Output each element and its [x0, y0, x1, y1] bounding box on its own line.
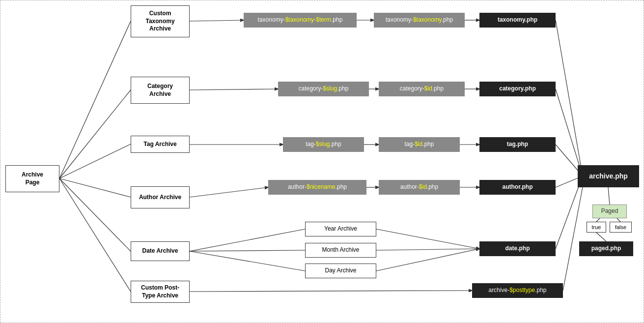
month-archive-label: Month Archive [322, 246, 359, 254]
archive-page-node: Archive Page [5, 165, 59, 192]
paged-php-node: paged.php [579, 241, 633, 256]
svg-line-31 [608, 187, 610, 205]
date-php-label: date.php [505, 245, 530, 253]
category-php-label: category.php [499, 85, 535, 93]
author-id-node: author-$id.php [379, 180, 460, 195]
custom-post-node: Custom Post-Type Archive [131, 281, 190, 303]
custom-post-label: Custom Post-Type Archive [141, 284, 179, 299]
svg-line-26 [556, 89, 583, 176]
category-php-node: category.php [479, 82, 556, 96]
month-archive-node: Month Archive [305, 243, 376, 258]
tag-php-label: tag.php [507, 141, 528, 148]
tax-tax-label: taxonomy-$taxonomy.php [386, 16, 453, 24]
svg-line-5 [59, 178, 131, 292]
paged-label: Paged [601, 207, 618, 215]
tag-label: Tag Archive [143, 141, 176, 148]
svg-line-30 [563, 187, 583, 291]
category-node: CategoryArchive [131, 77, 190, 104]
author-label: Author Archive [139, 194, 181, 202]
tag-id-node: tag-$id.php [379, 137, 460, 152]
true-label: true [592, 224, 601, 231]
archive-posttype-label: archive-$posttype.php [488, 287, 546, 294]
category-label: CategoryArchive [147, 83, 173, 98]
archive-posttype-node: archive-$posttype.php [472, 283, 563, 298]
author-node: Author Archive [131, 186, 190, 208]
svg-line-20 [190, 251, 305, 271]
author-nicename-node: author-$nicename.php [268, 180, 366, 195]
svg-line-2 [59, 144, 131, 178]
cat-slug-node: category-$slug.php [278, 82, 369, 96]
svg-line-18 [190, 229, 305, 251]
cat-slug-label: category-$slug.php [298, 85, 348, 93]
year-archive-node: Year Archive [305, 222, 376, 236]
date-php-node: date.php [479, 241, 556, 256]
svg-line-22 [376, 249, 479, 250]
tag-php-node: tag.php [479, 137, 556, 152]
tax-term-label: taxonomy-$taxonomy-$term.php [258, 16, 343, 24]
svg-line-23 [376, 249, 479, 271]
svg-line-33 [617, 218, 620, 222]
author-php-node: author.php [479, 180, 556, 195]
svg-line-21 [376, 229, 479, 249]
cat-id-label: category-$id.php [400, 85, 444, 93]
custom-tax-node: CustomTaxonomyArchive [131, 5, 190, 37]
svg-line-6 [190, 20, 244, 21]
svg-line-34 [596, 233, 606, 241]
svg-line-19 [190, 250, 305, 251]
svg-line-3 [59, 178, 131, 197]
day-archive-node: Day Archive [305, 264, 376, 278]
tax-tax-node: taxonomy-$taxonomy.php [374, 13, 465, 28]
date-label: Date Archive [142, 247, 178, 255]
tax-term-node: taxonomy-$taxonomy-$term.php [244, 13, 357, 28]
svg-line-25 [556, 20, 583, 176]
author-id-label: author-$id.php [400, 183, 438, 191]
tag-slug-node: tag-$slug.php [283, 137, 364, 152]
diagram-canvas: Archive Page CustomTaxonomyArchive taxon… [0, 0, 644, 323]
date-node: Date Archive [131, 241, 190, 261]
tag-id-label: tag-$id.php [404, 141, 434, 148]
year-archive-label: Year Archive [324, 225, 357, 233]
svg-line-1 [59, 90, 131, 178]
day-archive-label: Day Archive [325, 267, 356, 275]
false-label: false [615, 224, 626, 231]
svg-line-4 [59, 178, 131, 251]
archive-page-label: Archive Page [22, 171, 43, 186]
false-node: false [610, 222, 632, 233]
svg-line-15 [190, 187, 268, 197]
archive-php-label: archive.php [589, 172, 628, 180]
custom-tax-label: CustomTaxonomyArchive [145, 10, 174, 33]
paged-node: Paged [592, 205, 627, 218]
svg-line-32 [596, 218, 600, 222]
author-nicename-label: author-$nicename.php [288, 183, 347, 191]
true-node: true [587, 222, 606, 233]
author-php-label: author.php [503, 183, 533, 191]
svg-line-0 [59, 21, 131, 178]
taxonomy-php-label: taxonomy.php [498, 16, 537, 24]
svg-line-24 [190, 291, 472, 292]
paged-php-label: paged.php [591, 245, 621, 253]
archive-php-node: archive.php [578, 165, 639, 187]
tag-node: Tag Archive [131, 136, 190, 153]
cat-id-node: category-$id.php [379, 82, 465, 96]
taxonomy-php-node: taxonomy.php [479, 13, 556, 28]
tag-slug-label: tag-$slug.php [306, 141, 341, 148]
svg-line-9 [190, 89, 278, 90]
